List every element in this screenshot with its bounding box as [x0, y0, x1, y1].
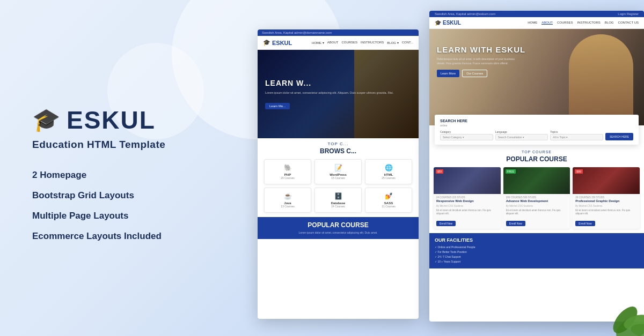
s2-card-img-3: $99: [573, 167, 640, 194]
s1-nav-links: HOME ▾ ABOUT COURSES INSTRUCTORS BLOG ▾ …: [312, 41, 413, 44]
s2-fac-item-3: 24 / 7 Chat Support: [435, 255, 639, 259]
brand-icon: 🎓: [32, 107, 60, 133]
s1-nav-instructors: INSTRUCTORS: [361, 41, 384, 44]
s2-search-subtitle: online: [440, 124, 633, 127]
s2-hero: LEARN WITH ESKUL Pellentesque duis all s…: [429, 29, 644, 125]
s1-course-php-count: 20 Courses: [268, 176, 308, 180]
s1-hero-title: LEARN W...: [265, 79, 393, 87]
s2-card-body-2: 200 COURSES 500 STUDS Advance Web Develo…: [503, 194, 570, 229]
s2-course-card-1[interactable]: $55 24 COURSES 223 STUDS Responsive Web …: [434, 167, 501, 229]
s1-logo: 🎓 ESKUL: [263, 39, 292, 46]
s2-field-language-select[interactable]: Search Consultation ▾: [495, 134, 548, 140]
s1-nav-blog: BLOG ▾: [387, 41, 398, 44]
s2-fac-item-4: 10 + Years Support: [435, 259, 639, 264]
s1-course-html-count: 25 Courses: [369, 176, 408, 180]
s2-field-language-label: Language: [495, 130, 548, 133]
s2-search-btn[interactable]: SEARCH HERE: [605, 133, 633, 140]
s2-card-text-3: Eti et lorem sit tincidunt amet rhoncus …: [575, 209, 637, 216]
s1-logo-text: ESKUL: [272, 40, 292, 46]
s1-hero: LEARN W... Lorem ipsum dolor sit amet, c…: [258, 50, 419, 138]
s2-course-card-3[interactable]: $99 20 COURSES 150 STUDS Professional Gr…: [573, 167, 640, 229]
s2-course-card-2[interactable]: FREE 200 COURSES 500 STUDS Advance Web D…: [503, 167, 570, 229]
s2-nav-courses[interactable]: COURSES: [557, 21, 573, 25]
s2-card-cat-1: 24 COURSES 223 STUDS: [436, 196, 498, 199]
s1-course-sass-icon: 💅: [369, 192, 408, 200]
s1-course-java[interactable]: ☕ Java 13 Courses: [264, 188, 311, 213]
s1-course-wp-icon: 📝: [318, 164, 358, 171]
s2-facilities: OUR FACILITIES Online and Professional P…: [429, 233, 644, 268]
s1-course-db[interactable]: 🗄️ Database 24 Courses: [314, 188, 362, 213]
s2-hero-text: Pellentesque duis all sit amet, in with …: [437, 57, 523, 65]
s2-logo: 🎓 ESKUL: [435, 20, 461, 26]
s2-topbar-left: Swedish Area, Kapital admin@eskum.com: [435, 12, 495, 16]
s2-search-label: SEARCH HERE: [440, 119, 633, 123]
s2-card-title-2: Advance Web Development: [506, 199, 568, 204]
s2-card-btn-3[interactable]: Enroll Now: [575, 221, 595, 226]
s2-navbar: 🎓 ESKUL HOME ABOUT COURSES INSTRUCTORS B…: [429, 17, 644, 29]
s2-card-body-1: 24 COURSES 223 STUDS Responsive Web Desi…: [434, 194, 501, 229]
s2-hero-content: LEARN WITH ESKUL Pellentesque duis all s…: [429, 29, 644, 85]
feature-item-4: Ecommerce Layouts Included: [32, 231, 258, 242]
s2-nav-blog[interactable]: BLOG: [605, 21, 614, 25]
s2-courses-row: $55 24 COURSES 223 STUDS Responsive Web …: [429, 167, 644, 233]
s1-course-php[interactable]: 🐘 PHP 20 Courses: [264, 159, 311, 184]
left-panel: 🎓 ESKUL Education HTML Template 2 Homepa…: [32, 0, 258, 336]
brand-row: 🎓 ESKUL: [32, 106, 258, 135]
s1-course-java-icon: ☕: [268, 192, 308, 200]
s2-card-meta-1: By Mitchel CSS Students: [436, 205, 498, 207]
s2-card-text-2: Eti et lorem sit tincidunt amet rhoncus …: [506, 209, 568, 216]
s2-fac-item-2: For Better Tools Position: [435, 250, 639, 255]
s2-logo-icon: 🎓: [435, 20, 441, 26]
s2-hero-btn2[interactable]: Our Courses: [462, 70, 487, 77]
s1-course-wp[interactable]: 📝 WordPress 15 Courses: [314, 159, 362, 184]
s1-course-wp-count: 15 Courses: [318, 176, 358, 180]
s2-nav-instructors[interactable]: INSTRUCTORS: [577, 21, 601, 25]
s2-hero-btn1[interactable]: Learn More: [437, 70, 459, 77]
s2-card-btn-1[interactable]: Enroll Now: [436, 221, 456, 226]
features-list: 2 Homepage Bootstrap Grid Layouts Multip…: [32, 170, 258, 242]
s2-card-badge-1: $55: [436, 169, 443, 174]
s2-fac-list: Online and Professional People For Bette…: [435, 245, 639, 264]
s2-topbar-right: Login Register: [618, 12, 639, 16]
s1-nav-home: HOME ▾: [312, 41, 324, 44]
s2-nav-links: HOME ABOUT COURSES INSTRUCTORS BLOG CONT…: [528, 21, 639, 25]
s1-course-db-count: 24 Courses: [318, 205, 358, 208]
s1-popular-section: POPULAR COURSE Lorem ipsum dolor sit ame…: [258, 217, 419, 239]
s1-course-db-icon: 🗄️: [318, 192, 358, 200]
s2-nav-contact[interactable]: CONTACT US: [618, 21, 639, 25]
s2-search-fields: Category Select Category ▾ Language Sear…: [440, 130, 633, 140]
s1-logo-icon: 🎓: [263, 39, 270, 46]
s1-popular-title: POPULAR COURSE: [264, 221, 412, 229]
s1-topbar: Swedish Area, Kapital admin@domainname.c…: [258, 29, 419, 36]
feature-item-2: Bootstrap Grid Layouts: [32, 190, 258, 201]
s1-hero-btn[interactable]: Learn Mo...: [265, 103, 290, 109]
s2-nav-home[interactable]: HOME: [528, 21, 537, 25]
plant-decoration: [580, 282, 644, 336]
s2-logo-text: ESKUL: [443, 20, 461, 26]
s2-hero-title: LEARN WITH ESKUL: [437, 45, 636, 54]
screenshot-1: Swedish Area, Kapital admin@domainname.c…: [258, 29, 419, 319]
s2-search-field-category: Category Select Category ▾: [440, 130, 493, 140]
s2-field-topics-select[interactable]: All in Topic ▾: [550, 134, 603, 140]
s2-popular-title: POPULAR COURSE: [429, 155, 644, 163]
s2-card-title-1: Responsive Web Design: [436, 199, 498, 204]
s1-section-label: TOP C...: [258, 141, 419, 146]
s2-fac-item-1: Online and Professional People: [435, 245, 639, 250]
s2-search-section: SEARCH HERE online Category Select Categ…: [435, 115, 639, 145]
s1-nav-about: ABOUT: [327, 41, 339, 44]
s2-card-badge-3: $99: [575, 169, 582, 174]
s1-nav-courses: COURSES: [341, 41, 357, 44]
s2-fac-title: OUR FACILITIES: [435, 237, 639, 243]
s2-card-text-1: Eti et lorem sit tincidunt amet rhoncus …: [436, 209, 498, 216]
s2-field-category-label: Category: [440, 130, 493, 133]
s1-course-html[interactable]: 🌐 HTML 25 Courses: [365, 159, 412, 184]
s1-course-sass-count: 11 Courses: [369, 205, 408, 208]
s2-field-topics-label: Topics: [550, 130, 603, 133]
s1-course-java-count: 13 Courses: [268, 205, 308, 208]
s1-course-sass[interactable]: 💅 SASS 11 Courses: [365, 188, 412, 213]
s2-nav-about[interactable]: ABOUT: [541, 21, 553, 25]
s2-card-cat-3: 20 COURSES 150 STUDS: [575, 196, 637, 199]
s2-field-category-select[interactable]: Select Category ▾: [440, 134, 493, 140]
s2-card-btn-2[interactable]: Enroll Now: [506, 221, 525, 226]
s2-card-cat-2: 200 COURSES 500 STUDS: [506, 196, 568, 199]
